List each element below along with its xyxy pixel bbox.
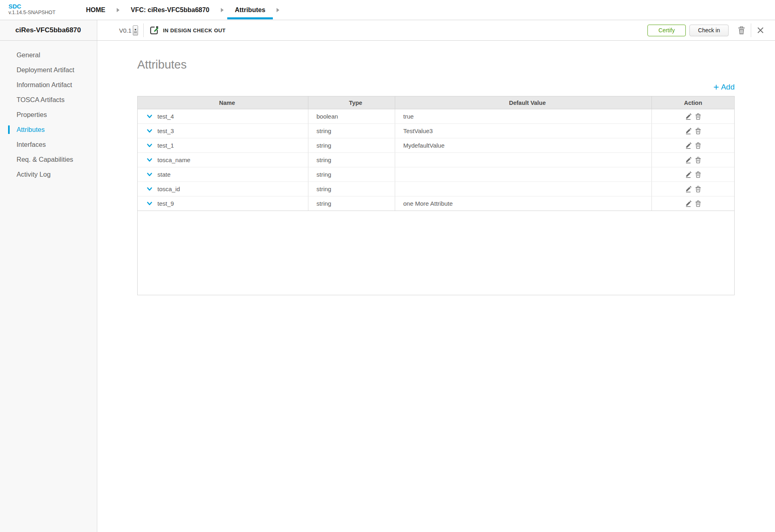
table-row: test_1 string MydefaultValue: [138, 138, 734, 153]
sidebar-item-label: Attributes: [17, 126, 45, 134]
chevron-down-icon[interactable]: [146, 186, 153, 192]
attribute-default-value: one More Attribute: [403, 200, 453, 207]
pencil-icon: [685, 156, 692, 163]
trash-icon: [695, 113, 701, 120]
asset-header-toolbar: V0.1 ▼ IN DESIGN CHECK OUT Certify Check…: [97, 20, 775, 40]
sidebar-item-deployment-artifact[interactable]: Deployment Artifact: [0, 63, 97, 77]
table-body: test_4 boolean true: [138, 109, 734, 211]
edit-attribute-button[interactable]: [685, 113, 692, 120]
close-button[interactable]: [756, 26, 765, 34]
plus-icon: +: [713, 83, 719, 92]
attribute-default-value-cell: [395, 153, 652, 167]
sidebar-item-label: Information Artifact: [17, 81, 72, 89]
breadcrumb-item-2[interactable]: Attributes: [235, 0, 266, 20]
column-header-type: Type: [308, 96, 395, 109]
delete-attribute-button[interactable]: [695, 171, 701, 178]
delete-attribute-button[interactable]: [695, 200, 701, 207]
chevron-down-icon[interactable]: [146, 171, 153, 178]
chevron-down-icon[interactable]: [146, 156, 153, 163]
attribute-type-cell: string: [308, 182, 395, 196]
delete-attribute-button[interactable]: [695, 156, 701, 163]
chevron-down-icon[interactable]: [146, 113, 153, 120]
pencil-icon: [685, 200, 692, 207]
delete-attribute-button[interactable]: [695, 127, 701, 134]
sidebar-item-interfaces[interactable]: Interfaces: [0, 137, 97, 152]
delete-asset-button[interactable]: [737, 26, 746, 35]
attribute-default-value: MydefaultValue: [403, 142, 444, 149]
sidebar-item-tosca-artifacts[interactable]: TOSCA Artifacts: [0, 92, 97, 107]
pencil-icon: [685, 186, 692, 192]
attribute-actions-cell: [652, 182, 734, 196]
delete-attribute-button[interactable]: [695, 142, 701, 149]
attribute-default-value-cell: [395, 182, 652, 196]
breadcrumb-item-0[interactable]: HOME: [86, 0, 105, 20]
certify-button[interactable]: Certify: [647, 25, 686, 36]
sidebar-item-activity-log[interactable]: Activity Log: [0, 167, 97, 182]
attribute-type-cell: string: [308, 138, 395, 152]
delete-attribute-button[interactable]: [695, 113, 701, 120]
pencil-icon: [685, 127, 692, 134]
chevron-down-icon[interactable]: [146, 127, 153, 134]
column-header-name: Name: [138, 96, 308, 109]
table-row: tosca_name string: [138, 153, 734, 167]
asset-name-cell: ciRes-VFC5bba6870: [0, 20, 97, 40]
attribute-name-cell: test_3: [138, 124, 308, 138]
edit-attribute-button[interactable]: [685, 142, 692, 149]
trash-icon: [695, 171, 701, 178]
chevron-down-icon[interactable]: [146, 142, 153, 149]
edit-attribute-button[interactable]: [685, 127, 692, 134]
attribute-type: string: [316, 186, 331, 192]
checkout-state-icon: [149, 25, 159, 35]
asset-header: ciRes-VFC5bba6870 V0.1 ▼ IN DESIGN CHECK…: [0, 20, 775, 41]
attribute-actions-cell: [652, 124, 734, 138]
delete-attribute-button[interactable]: [695, 186, 701, 192]
attribute-actions-cell: [652, 153, 734, 167]
trash-icon: [695, 156, 701, 163]
spinner-arrow-icon: ▼: [134, 28, 137, 31]
breadcrumb-arrow-icon: [276, 8, 280, 13]
sidebar-item-general[interactable]: General: [0, 48, 97, 63]
trash-icon: [695, 127, 701, 134]
add-label: Add: [721, 83, 735, 92]
attribute-name: test_1: [157, 142, 174, 149]
check-in-button[interactable]: Check in: [689, 25, 729, 36]
trash-icon: [695, 200, 701, 207]
attribute-type: string: [316, 171, 331, 178]
attribute-default-value-cell: MydefaultValue: [395, 138, 652, 152]
edit-attribute-button[interactable]: [685, 156, 692, 163]
attribute-type: string: [316, 200, 331, 207]
table-toolbar: + Add: [137, 83, 735, 92]
sidebar: General Deployment Artifact Information …: [0, 41, 97, 532]
attribute-type: string: [316, 156, 331, 163]
version-label: V0.1: [119, 27, 132, 34]
sidebar-item-label: Deployment Artifact: [17, 66, 74, 74]
chevron-down-icon[interactable]: [146, 200, 153, 207]
app-logo[interactable]: SDC v.1.14.5-SNAPSHOT: [8, 3, 55, 16]
sidebar-item-properties[interactable]: Properties: [0, 107, 97, 122]
sidebar-menu: General Deployment Artifact Information …: [0, 41, 97, 182]
table-row: state string: [138, 167, 734, 182]
attribute-name-cell: tosca_name: [138, 153, 308, 167]
attribute-actions-cell: [652, 167, 734, 182]
sidebar-item-label: Activity Log: [17, 171, 50, 178]
attribute-name: test_4: [157, 113, 174, 120]
spinner-line: [134, 32, 137, 32]
edit-attribute-button[interactable]: [685, 200, 692, 207]
sidebar-item-label: Req. & Capabilities: [17, 156, 73, 163]
edit-attribute-button[interactable]: [685, 171, 692, 178]
attribute-type-cell: boolean: [308, 109, 395, 123]
column-header-action: Action: [652, 96, 734, 109]
divider: [143, 23, 144, 37]
breadcrumb-item-1[interactable]: VFC: ciRes-VFC5bba6870: [131, 0, 209, 20]
app-logo-title: SDC: [8, 3, 55, 10]
sidebar-item-information-artifact[interactable]: Information Artifact: [0, 77, 97, 92]
edit-attribute-button[interactable]: [685, 186, 692, 192]
sidebar-item-req-capabilities[interactable]: Req. & Capabilities: [0, 152, 97, 167]
attribute-name: test_9: [157, 200, 174, 207]
breadcrumb-arrow-icon: [116, 8, 120, 13]
version-select[interactable]: ▼: [133, 25, 138, 35]
table-row: tosca_id string: [138, 182, 734, 196]
add-attribute-button[interactable]: + Add: [713, 83, 735, 92]
sidebar-item-attributes[interactable]: Attributes: [0, 122, 97, 137]
attribute-type-cell: string: [308, 153, 395, 167]
